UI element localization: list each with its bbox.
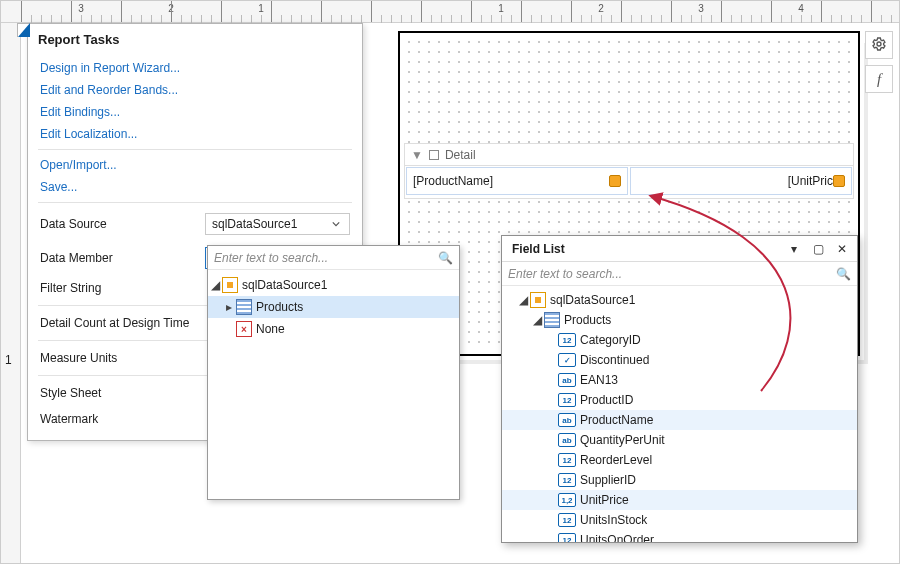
gear-button[interactable] — [865, 31, 893, 59]
fieldlist-search[interactable]: Enter text to search... 🔍 — [502, 262, 857, 286]
type-badge-icon: ab — [558, 373, 576, 387]
search-icon: 🔍 — [836, 267, 851, 281]
datasource-icon — [222, 277, 238, 293]
type-badge-icon: 12 — [558, 513, 576, 527]
detail-row: [ProductName] [UnitPric — [405, 166, 853, 196]
data-source-dropdown[interactable]: sqlDataSource1 — [205, 213, 350, 235]
link-edit-bands[interactable]: Edit and Reorder Bands... — [28, 79, 362, 101]
tree-node-products[interactable]: ▸ Products — [208, 296, 459, 318]
fl-field-unitprice[interactable]: 1,2UnitPrice — [502, 490, 857, 510]
close-icon[interactable]: ✕ — [833, 241, 851, 257]
type-badge-icon: ab — [558, 413, 576, 427]
search-icon: 🔍 — [438, 251, 453, 265]
type-badge-icon: 12 — [558, 333, 576, 347]
detail-band-header[interactable]: ▼ Detail — [405, 144, 853, 166]
fl-node-products[interactable]: ◢ Products — [502, 310, 857, 330]
fl-field-quantityperunit[interactable]: abQuantityPerUnit — [502, 430, 857, 450]
none-icon: × — [236, 321, 252, 337]
fl-field-discontinued[interactable]: ✓Discontinued — [502, 350, 857, 370]
link-open-import[interactable]: Open/Import... — [28, 154, 362, 176]
type-badge-icon: 12 — [558, 473, 576, 487]
side-toolbar: f — [865, 31, 895, 93]
popup-search[interactable]: Enter text to search... 🔍 — [208, 246, 459, 270]
tree-node-none[interactable]: × None — [208, 318, 459, 340]
smart-tag-icon[interactable] — [17, 23, 29, 37]
popup-tree: ◢ sqlDataSource1 ▸ Products × None — [208, 270, 459, 499]
chevron-down-icon — [327, 214, 345, 234]
link-edit-localization[interactable]: Edit Localization... — [28, 123, 362, 145]
fl-field-productname[interactable]: abProductName — [502, 410, 857, 430]
panel-title: Report Tasks — [28, 24, 362, 57]
fl-node-datasource[interactable]: ◢ sqlDataSource1 — [502, 290, 857, 310]
fieldlist-tree: ◢ sqlDataSource1 ◢ Products 12CategoryID… — [502, 286, 857, 542]
cell-productname[interactable]: [ProductName] — [406, 167, 628, 195]
fl-field-reorderlevel[interactable]: 12ReorderLevel — [502, 450, 857, 470]
table-icon — [236, 299, 252, 315]
field-list-window: Field List ▾ ▢ ✕ Enter text to search...… — [501, 235, 858, 543]
type-badge-icon: 12 — [558, 533, 576, 542]
type-badge-icon: 1,2 — [558, 493, 576, 507]
dropdown-icon[interactable]: ▾ — [785, 241, 803, 257]
horizontal-ruler: 3 2 1 1 2 3 4 — [1, 1, 899, 23]
function-button[interactable]: f — [865, 65, 893, 93]
type-badge-icon: 12 — [558, 393, 576, 407]
maximize-icon[interactable]: ▢ — [809, 241, 827, 257]
fl-field-supplierid[interactable]: 12SupplierID — [502, 470, 857, 490]
field-list-titlebar[interactable]: Field List ▾ ▢ ✕ — [502, 236, 857, 262]
table-icon — [544, 312, 560, 328]
function-icon: f — [877, 71, 881, 88]
link-edit-bindings[interactable]: Edit Bindings... — [28, 101, 362, 123]
vertical-ruler-label: 1 — [5, 353, 12, 367]
fl-field-categoryid[interactable]: 12CategoryID — [502, 330, 857, 350]
data-member-popup: Enter text to search... 🔍 ◢ sqlDataSourc… — [207, 245, 460, 500]
detail-band-label: Detail — [445, 148, 476, 162]
binding-icon[interactable] — [609, 175, 621, 187]
tree-node-datasource[interactable]: ◢ sqlDataSource1 — [208, 274, 459, 296]
fl-field-unitsinstock[interactable]: 12UnitsInStock — [502, 510, 857, 530]
gear-icon — [871, 36, 887, 55]
link-design-wizard[interactable]: Design in Report Wizard... — [28, 57, 362, 79]
type-badge-icon: ✓ — [558, 353, 576, 367]
fl-field-productid[interactable]: 12ProductID — [502, 390, 857, 410]
datasource-icon — [530, 292, 546, 308]
cell-unitprice[interactable]: [UnitPric — [630, 167, 852, 195]
fl-field-unitsonorder[interactable]: 12UnitsOnOrder — [502, 530, 857, 542]
detail-band[interactable]: ▼ Detail [ProductName] [UnitPric — [404, 143, 854, 199]
vertical-ruler: 1 — [1, 23, 21, 563]
fl-field-ean13[interactable]: abEAN13 — [502, 370, 857, 390]
link-save[interactable]: Save... — [28, 176, 362, 198]
row-data-source: Data Source sqlDataSource1 — [28, 207, 362, 241]
type-badge-icon: 12 — [558, 453, 576, 467]
svg-point-0 — [877, 42, 881, 46]
type-badge-icon: ab — [558, 433, 576, 447]
binding-icon[interactable] — [833, 175, 845, 187]
collapse-icon[interactable]: ▼ — [411, 148, 423, 162]
band-handle-icon[interactable] — [429, 150, 439, 160]
